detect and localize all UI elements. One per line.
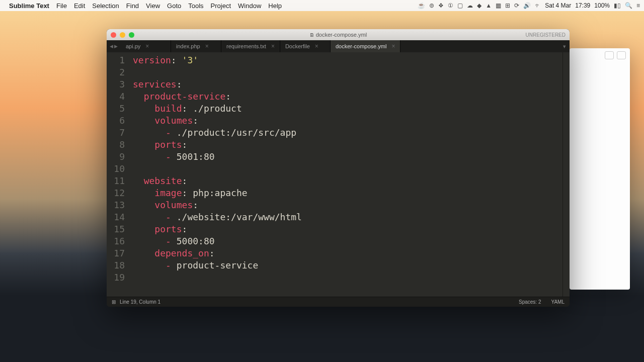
code-line[interactable] [133,163,562,175]
status-icon[interactable]: ▲ [486,2,492,9]
menu-item-edit[interactable]: Edit [74,2,85,10]
menu-item-selection[interactable]: Selection [92,2,119,10]
tab-close-icon[interactable]: × [205,43,209,50]
code-line[interactable]: ports: [133,139,562,151]
line-number: 13 [107,199,125,211]
indent-setting[interactable]: Spaces: 2 [519,299,541,305]
line-number: 4 [107,90,125,103]
wifi-icon[interactable]: ᯤ [535,2,541,9]
sublime-window: docker-compose.yml UNREGISTERED ◀▶ api.p… [107,29,570,307]
sidebar-toggle-icon[interactable]: ⊞ [112,299,116,305]
line-number: 11 [107,175,125,187]
status-icon[interactable]: ☕ [418,2,425,9]
code-line[interactable]: website: [133,175,562,187]
code-line[interactable]: depends_on: [133,247,562,259]
code-line[interactable] [133,66,562,78]
status-icon[interactable]: ▦ [496,2,501,9]
tab-Dockerfile[interactable]: Dockerfile× [280,40,331,52]
tab-label: api.py [126,43,140,49]
window-titlebar[interactable]: docker-compose.yml UNREGISTERED [107,29,570,40]
line-number: 16 [107,235,125,247]
line-number: 17 [107,247,125,259]
code-line[interactable]: product-service: [133,90,562,103]
code-line[interactable]: volumes: [133,115,562,127]
minimap[interactable] [562,52,570,297]
status-icon[interactable]: ◆ [477,2,481,9]
tab-overflow-icon[interactable]: ▾ [559,40,570,52]
menu-item-file[interactable]: File [56,2,67,10]
spotlight-icon[interactable]: 🔍 [625,2,632,9]
battery-icon[interactable]: ▮▯ [614,2,621,9]
macos-menubar: Sublime Text FileEditSelectionFindViewGo… [0,0,644,11]
tab-close-icon[interactable]: × [271,43,275,50]
line-number: 9 [107,151,125,163]
code-content[interactable]: version: '3' services: product-service: … [130,52,562,297]
menubar-date[interactable]: Sat 4 Mar [545,2,571,9]
notification-center-icon[interactable]: ≡ [636,2,640,9]
code-line[interactable]: services: [133,78,562,90]
volume-icon[interactable]: 🔊 [523,2,531,9]
code-line[interactable]: - ./website:/var/www/html [133,211,562,223]
battery-percent[interactable]: 100% [594,2,610,9]
line-number: 6 [107,115,125,127]
maximize-button[interactable] [129,32,134,38]
tab-docker-compose-yml[interactable]: docker-compose.yml× [331,40,401,52]
tab-api-py[interactable]: api.py× [121,40,171,52]
line-number: 8 [107,139,125,151]
line-number: 7 [107,127,125,139]
cursor-position[interactable]: Line 19, Column 1 [120,299,160,305]
syntax-setting[interactable]: YAML [551,299,565,305]
status-icon[interactable]: ☁ [467,2,473,9]
code-line[interactable]: - ./product:/usr/src/app [133,127,562,139]
menu-item-help[interactable]: Help [268,2,282,10]
code-line[interactable]: - 5001:80 [133,151,562,163]
status-icon[interactable]: ⊚ [429,2,434,9]
line-number: 15 [107,223,125,235]
close-button[interactable] [111,32,116,38]
status-icon[interactable]: ▢ [457,2,463,9]
tab-label: docker-compose.yml [336,43,386,49]
dropbox-icon[interactable]: ❖ [438,2,444,9]
tab-close-icon[interactable]: × [315,43,318,50]
line-number: 1 [107,54,125,66]
minimize-button[interactable] [120,32,125,38]
unregistered-label: UNREGISTERED [526,32,566,38]
line-number-gutter: 12345678910111213141516171819 [107,52,130,297]
app-name[interactable]: Sublime Text [9,2,49,10]
menubar-time[interactable]: 17:39 [575,2,590,9]
code-line[interactable]: image: php:apache [133,187,562,199]
traffic-lights [111,32,134,38]
code-line[interactable]: - 5000:80 [133,235,562,247]
tab-requirements-txt[interactable]: requirements.txt× [221,40,280,52]
code-line[interactable]: ports: [133,223,562,235]
tab-label: Dockerfile [285,43,310,49]
tab-index-php[interactable]: index.php× [171,40,221,52]
timemachine-icon[interactable]: ⟳ [514,2,519,9]
code-line[interactable] [133,272,562,284]
line-number: 10 [107,163,125,175]
tab-close-icon[interactable]: × [145,43,149,50]
code-line[interactable]: version: '3' [133,54,562,66]
menu-item-tools[interactable]: Tools [188,2,203,10]
menu-item-view[interactable]: View [146,2,160,10]
menu-item-window[interactable]: Window [238,2,261,10]
status-icon[interactable]: ⊞ [505,2,510,9]
line-number: 2 [107,66,125,78]
menu-item-goto[interactable]: Goto [167,2,181,10]
line-number: 19 [107,272,125,284]
tab-close-icon[interactable]: × [391,43,395,50]
line-number: 5 [107,103,125,115]
code-line[interactable]: - product-service [133,259,562,272]
window-title: docker-compose.yml [107,32,570,38]
code-line[interactable]: volumes: [133,199,562,211]
tab-label: index.php [176,43,200,49]
status-icon[interactable]: ① [448,2,453,9]
menu-item-project[interactable]: Project [211,2,231,10]
line-number: 3 [107,78,125,90]
tab-history-nav[interactable]: ◀▶ [107,40,121,52]
code-line[interactable]: build: ./product [133,103,562,115]
menu-item-find[interactable]: Find [126,2,139,10]
tab-bar: ◀▶ api.py×index.php×requirements.txt×Doc… [107,40,570,52]
editor-area[interactable]: 12345678910111213141516171819 version: '… [107,52,570,297]
status-bar: ⊞ Line 19, Column 1 Spaces: 2 YAML [107,297,570,307]
